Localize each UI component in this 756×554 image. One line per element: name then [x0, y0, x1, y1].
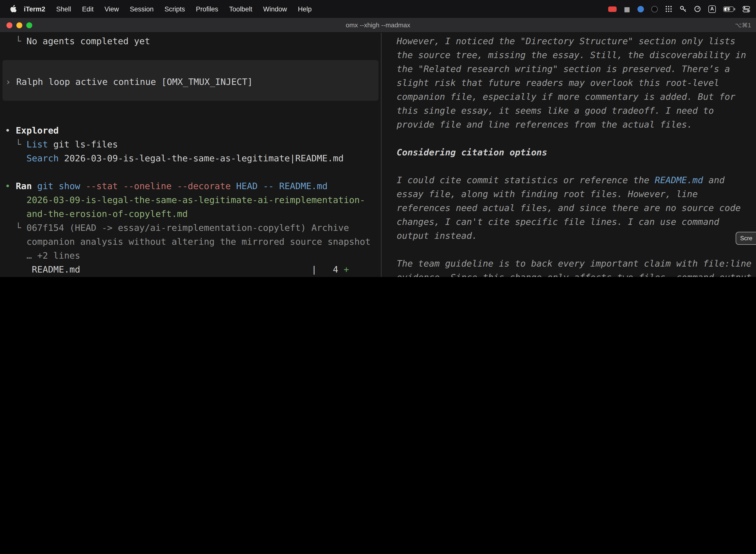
text-segment: [5, 209, 26, 219]
dark-app-icon[interactable]: [651, 6, 658, 12]
close-button[interactable]: [6, 22, 12, 28]
grid-app-icon[interactable]: ▦: [624, 6, 630, 12]
zoom-button[interactable]: [26, 22, 32, 28]
text-segment: companion analysis without altering the …: [5, 236, 371, 247]
text-segment: README.md | 4: [5, 264, 343, 275]
ralph-loop-banner: › Ralph loop active continue [OMX_TMUX_I…: [2, 60, 378, 101]
text-segment: --stat --oneline --decorate: [85, 181, 231, 191]
window-title: omx --xhigh --madmax: [0, 21, 756, 29]
input-source-letter: A: [710, 6, 714, 11]
text-segment: However, I noticed the "Directory Struct…: [386, 36, 736, 46]
menu-profiles[interactable]: Profiles: [190, 5, 224, 13]
terminal-line: [381, 131, 756, 146]
text-segment: •: [5, 181, 16, 191]
terminal-line: └ No agents completed yet: [0, 34, 381, 48]
text-segment: git ls-files: [48, 139, 118, 150]
text-segment: Search: [26, 153, 59, 163]
screen: iTerm2 Shell Edit View Session Scripts P…: [0, 0, 756, 277]
menu-window[interactable]: Window: [258, 5, 293, 13]
terminal-line: the source tree, missing the essay. Stil…: [381, 48, 756, 62]
battery-body: 61: [723, 6, 734, 12]
battery-nub: [734, 8, 735, 10]
terminal-line: I could cite commit statistics or refere…: [381, 173, 756, 187]
terminal-line: provide file and line references from th…: [381, 118, 756, 131]
terminal-line: └ 067f154 (HEAD -> essay/ai-reimplementa…: [0, 221, 381, 235]
left-terminal-pane[interactable]: └ No agents completed yet › Ralph loop a…: [0, 33, 381, 277]
terminal-line: evidence. Since this change only affects…: [381, 271, 756, 277]
text-segment: references need actual files, and since …: [386, 203, 741, 213]
app-menu-iterm2[interactable]: iTerm2: [18, 5, 51, 13]
terminal-area: └ No agents completed yet › Ralph loop a…: [0, 33, 756, 277]
terminal-line: └ List git ls-files: [0, 137, 381, 151]
tmux-panes: └ No agents completed yet › Ralph loop a…: [0, 33, 756, 277]
text-segment: the "Related research writing" section i…: [386, 63, 730, 74]
text-segment: provide file and line references from th…: [386, 119, 692, 129]
text-segment: └: [5, 139, 26, 150]
text-segment: slight risk that future readers may over…: [386, 77, 719, 88]
text-segment: [231, 181, 236, 191]
minimize-button[interactable]: [16, 22, 22, 28]
text-segment: Explored: [16, 125, 59, 135]
window-hotkey-label: ⌥⌘1: [735, 21, 756, 29]
blue-app-icon[interactable]: [637, 6, 644, 12]
text-segment: HEAD -- README.md: [236, 181, 327, 191]
text-segment: this single essay, it seems like a good …: [386, 105, 714, 116]
text-segment: evidence. Since this change only affects…: [386, 272, 752, 277]
text-segment: Considering citation options: [386, 147, 547, 157]
control-center-icon[interactable]: [743, 6, 750, 12]
text-segment: [80, 181, 86, 191]
terminal-line: [381, 243, 756, 257]
left-body-lines: • Explored └ List git ls-files Search 20…: [0, 110, 381, 277]
right-terminal-pane[interactable]: However, I noticed the "Directory Struct…: [381, 33, 756, 277]
menu-toolbelt[interactable]: Toolbelt: [224, 5, 258, 13]
menu-scripts[interactable]: Scripts: [159, 5, 190, 13]
text-segment: essay file, along with finding root file…: [386, 189, 698, 199]
text-segment: ›: [5, 76, 16, 87]
screen-recording-indicator-icon[interactable]: [608, 6, 616, 12]
text-segment: I could cite commit statistics or refere…: [386, 175, 655, 185]
apple-menu-icon[interactable]: [10, 5, 16, 13]
window-title-bar[interactable]: omx --xhigh --madmax ⌥⌘1: [0, 18, 756, 33]
text-segment: Ran: [16, 181, 32, 191]
text-segment: List: [26, 139, 48, 150]
gauge-icon[interactable]: [694, 5, 701, 12]
text-segment: •: [5, 125, 16, 135]
dots-grid-icon[interactable]: [665, 5, 672, 12]
text-segment: └: [5, 36, 26, 46]
text-segment: +: [343, 264, 349, 275]
text-segment: 2026-03-09-is-legal-the-same-as-legitima…: [59, 153, 344, 163]
text-segment: changes, I can't cite specific file line…: [386, 216, 719, 227]
text-segment: 2026-03-09-is-legal-the-same-as-legitima…: [26, 195, 365, 205]
input-source-badge[interactable]: A: [708, 5, 716, 13]
terminal-line: output instead.: [381, 229, 756, 243]
menu-bar: iTerm2 Shell Edit View Session Scripts P…: [0, 0, 756, 18]
terminal-line: [0, 165, 381, 179]
terminal-line: this single essay, it seems like a good …: [381, 104, 756, 118]
menu-shell[interactable]: Shell: [51, 5, 77, 13]
text-segment: No agents completed yet: [26, 36, 150, 46]
menu-bar-status-icons: ▦ A 61: [608, 5, 750, 13]
text-segment: and: [703, 175, 725, 185]
terminal-line: [0, 110, 381, 124]
right-body-lines: However, I noticed the "Directory Struct…: [381, 34, 756, 277]
text-segment: 067f154 (HEAD -> essay/ai-reimplementati…: [26, 222, 349, 233]
text-segment: └: [5, 222, 26, 233]
battery-icon[interactable]: 61: [723, 6, 735, 12]
key-icon[interactable]: [680, 5, 687, 12]
text-segment: README.md: [655, 175, 703, 185]
terminal-line: Search 2026-03-09-is-legal-the-same-as-l…: [0, 151, 381, 165]
terminal-line: … +2 lines: [0, 249, 381, 263]
terminal-line: and-the-erosion-of-copyleft.md: [0, 207, 381, 221]
terminal-line: 2026-03-09-is-legal-the-same-as-legitima…: [0, 193, 381, 207]
screen-share-overlay-badge[interactable]: Scre: [736, 232, 756, 245]
menu-view[interactable]: View: [99, 5, 124, 13]
menu-edit[interactable]: Edit: [77, 5, 99, 13]
menu-help[interactable]: Help: [293, 5, 317, 13]
text-segment: The team guideline is to back every impo…: [386, 258, 752, 269]
menu-session[interactable]: Session: [124, 5, 159, 13]
terminal-line: › Ralph loop active continue [OMX_TMUX_I…: [2, 75, 378, 89]
traffic-lights: [0, 22, 32, 28]
terminal-line: companion file, especially if more comme…: [381, 90, 756, 104]
terminal-line: the "Related research writing" section i…: [381, 62, 756, 76]
terminal-line: Considering citation options: [381, 146, 756, 159]
